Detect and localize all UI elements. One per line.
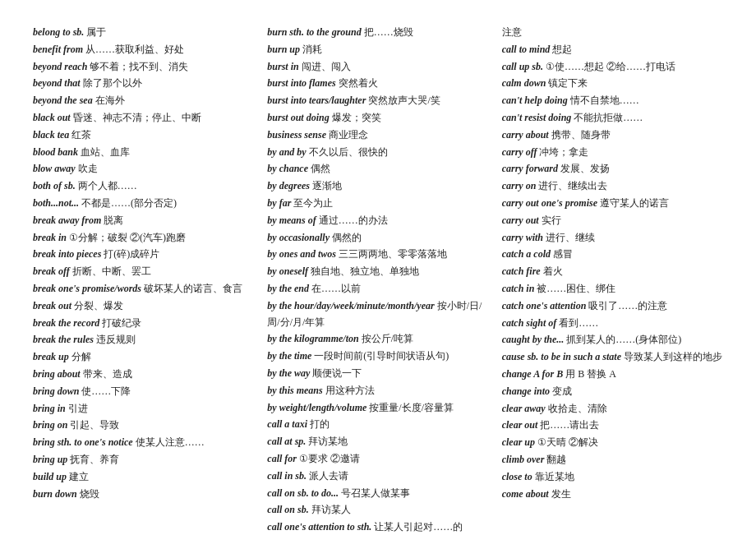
meaning-text: 变成 [552,385,572,397]
list-item: clear away 收拾走、清除 [502,401,723,417]
list-item: both...not... 不都是……(部分否定) [33,196,254,212]
list-item: clear out 把……请出去 [502,417,723,434]
list-item: bring up 抚育、养育 [33,452,254,468]
meaning-text: 违反规则 [96,334,136,345]
meaning-text: 偶然 [311,163,330,174]
list-item: by chance 偶然 [267,161,488,178]
meaning-text: 携带、随身带 [551,129,611,141]
phrase-text: business sense [267,129,329,141]
phrase-text: by means of [267,214,318,226]
phrase-text: bring about [33,368,83,380]
meaning-text: 翻越 [546,454,566,465]
meaning-text: 不久以后、很快的 [309,146,388,158]
meaning-text: 引起、导致 [70,419,119,431]
column-2: burn sth. to the ground 把……烧毁burn up 消耗b… [260,25,495,535]
phrase-text: carry about [502,129,551,141]
meaning-text: 导致某人到这样的地步 [624,351,722,362]
phrase-text: by and by [267,146,308,158]
phrase-text: by occasionally [267,232,332,243]
list-item: by weight/length/volume 按重量/长度/容量算 [267,400,488,417]
meaning-text: 通过……的办法 [319,214,388,226]
phrase-text: catch sight of [502,317,560,329]
phrase-text: can't help doing [502,95,570,106]
phrase-text: bring on [33,419,70,431]
phrase-text: black out [33,112,73,123]
phrase-text: by the way [267,367,312,379]
list-item: break off 折断、中断、罢工 [33,264,254,280]
list-item: break one's promise/words 破坏某人的诺言、食言 [33,281,254,297]
list-item: burn down 烧毁 [33,487,254,503]
list-item: beyond that 除了那个以外 [33,76,254,92]
phrase-text: by the hour/day/week/minute/month/year [267,300,436,311]
meaning-text: ①天晴 ②解决 [537,436,598,448]
meaning-text: 从……获取利益、好处 [85,44,184,55]
meaning-text: 发展、发扬 [560,163,610,174]
meaning-text: 两个人都…… [78,180,137,191]
list-item: by the time 一段时间前(引导时间状语从句) [267,348,488,365]
list-item: blow away 吹走 [33,161,254,178]
phrase-text: beyond reach [33,61,90,72]
list-item: bring in 引进 [33,401,254,417]
meaning-text: 顺便说一下 [312,367,362,379]
phrase-text: break in [33,232,69,243]
phrase-text: carry forward [502,163,560,174]
phrase-text: clear up [502,436,537,448]
list-item: break the rules 违反规则 [33,332,254,348]
meaning-text: 按重量/长度/容量算 [369,402,454,413]
phrase-text: break off [33,265,72,277]
meaning-text: 够不着；找不到、消失 [90,61,188,72]
list-item: burst out doing 爆发；突笑 [267,110,488,127]
phrase-text: call on sb. [267,504,311,515]
list-item: call a taxi 打的 [267,417,488,433]
phrase-text: burst into flames [267,77,338,89]
phrase-text: break up [33,351,71,362]
list-item: bring on 引起、导致 [33,417,254,434]
meaning-text: ①分解；破裂 ②(汽车)跑磨 [69,232,186,243]
list-item: by degrees 逐渐地 [267,178,488,195]
meaning-text: 镇定下来 [548,77,588,89]
list-item: call on sb. 拜访某人 [267,502,488,519]
phrase-text: bring in [33,403,68,414]
meaning-text: 用 B 替换 A [565,368,616,380]
list-item: business sense 商业理念 [267,127,488,144]
meaning-text: 遵守某人的诺言 [600,197,669,209]
list-item: burst in 闯进、闯入 [267,59,488,76]
column-1: belong to sb. 属于benefit from 从……获取利益、好处b… [33,25,260,503]
meaning-text: 把……烧毁 [364,26,413,38]
list-item: break the record 打破纪录 [33,316,254,332]
phrase-text: catch one's attention [502,300,589,311]
phrase-text: benefit from [33,44,85,55]
phrase-text: close to [502,471,535,482]
meaning-text: 冲垮；拿走 [539,146,588,158]
phrase-text: break away from [33,214,104,226]
list-item: clear up ①天晴 ②解决 [502,435,723,451]
phrase-text: build up [33,471,69,482]
meaning-text: 至今为止 [293,197,333,209]
list-item: come about 发生 [502,487,723,503]
list-item: caught by the... 抓到某人的……(身体部位) [502,332,723,348]
list-item: cause sb. to be in such a state 导致某人到这样的… [502,349,723,366]
list-item: change A for B 用 B 替换 A [502,367,723,383]
phrase-text: can't resist doing [502,112,574,123]
phrase-text: catch fire [502,265,543,277]
meaning-text: 吹走 [78,163,98,174]
list-item: build up 建立 [33,469,254,486]
phrase-text: by the kilogramme/ton [267,333,361,344]
phrase-text: change A for B [502,368,566,380]
meaning-text: 收拾走、清除 [548,403,607,414]
meaning-text: 脱离 [104,214,123,226]
meaning-text: 烧毁 [80,488,99,500]
meaning-text: 按公斤/吨算 [362,333,413,344]
meaning-text: 除了那个以外 [83,77,142,89]
meaning-text: 抚育、养育 [70,454,119,465]
meaning-text: 昏迷、神志不清；停止、中断 [73,112,201,123]
phrase-text: catch a cold [502,248,553,260]
meaning-text: 看到…… [559,317,598,329]
meaning-text: 血站、血库 [81,146,130,158]
phrase-text: black tea [33,129,71,141]
list-item: black out 昏迷、神志不清；停止、中断 [33,110,254,127]
list-item: call on sb. to do... 号召某人做某事 [267,486,488,502]
phrase-text: calm down [502,77,549,89]
meaning-text: 打破纪录 [102,317,141,329]
phrase-text: by oneself [267,265,311,277]
